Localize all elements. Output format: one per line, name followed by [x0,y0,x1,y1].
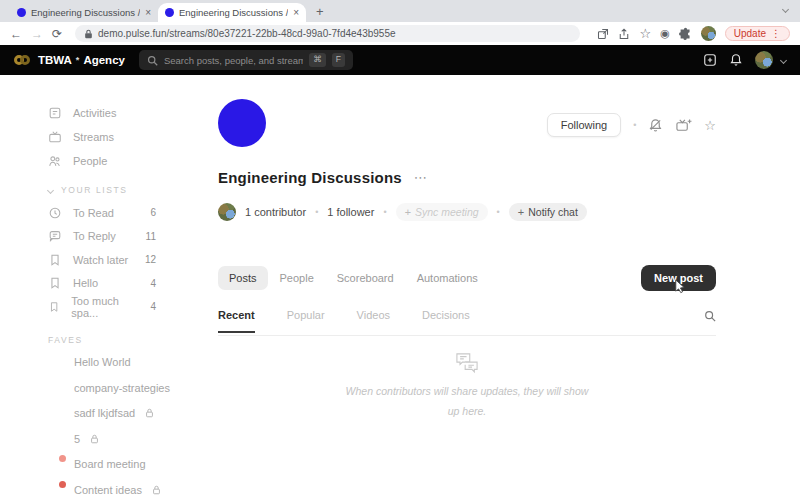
tab-title: Engineering Discussions / Puls [179,7,288,18]
search-icon [147,55,158,66]
chevron-down-icon [47,186,54,193]
browser-tab-strip: Engineering Discussions / Puls × Enginee… [0,0,800,22]
chevron-down-icon[interactable] [782,6,789,13]
tab-posts[interactable]: Posts [218,266,268,290]
update-button[interactable]: Update ⋮ [725,26,790,41]
mute-bell-icon[interactable] [648,118,663,133]
refresh-icon[interactable]: ⟳ [52,28,62,40]
browser-tab-2-active[interactable]: Engineering Discussions / Puls × [158,3,306,22]
stream-tabs: Posts People Scoreboard Automations New … [218,265,716,291]
close-tab-icon[interactable]: × [293,7,299,18]
bookmark-icon [48,300,60,314]
sidebar-list-watch-later[interactable]: Watch later 12 [48,248,180,272]
forward-icon[interactable]: → [31,28,43,40]
f-key-badge: F [332,53,345,66]
fave-sadf[interactable]: sadf lkjdfsad [48,401,180,427]
create-plus-icon[interactable] [703,53,717,67]
search-input[interactable] [164,55,303,66]
favorite-star-icon[interactable]: ☆ [704,119,716,132]
empty-state-text: When contributors will share updates, th… [342,382,592,422]
subtab-popular[interactable]: Popular [287,309,325,331]
chat-bubble-icon [48,229,62,243]
browser-profile-avatar[interactable] [701,26,716,41]
sidebar-item-people[interactable]: People [48,149,180,173]
pulse-favicon [165,8,174,17]
following-button[interactable]: Following [547,113,621,137]
your-lists-header[interactable]: YOUR LISTS [48,185,180,195]
activity-icon [48,106,62,120]
user-avatar[interactable] [755,51,773,69]
header-actions [703,51,786,69]
fave-content-ideas[interactable]: Content ideas [48,477,180,500]
clock-icon [48,206,62,220]
new-tab-icon[interactable]: + [316,4,324,19]
sidebar-list-hello[interactable]: Hello 4 [48,272,180,296]
tab-people[interactable]: People [269,266,325,290]
sidebar-list-too-much[interactable]: Too much spa... 4 [48,295,180,319]
subtab-recent[interactable]: Recent [218,309,255,333]
mouse-cursor-icon [673,279,686,294]
subtab-videos[interactable]: Videos [357,309,390,331]
dot-separator: • [383,207,386,217]
list-count: 6 [150,207,156,218]
kebab-menu-icon[interactable]: ⋮ [771,28,781,39]
new-post-button[interactable]: New post [641,265,716,291]
fave-board-meeting[interactable]: Board meeting [48,452,180,478]
fave-company-strategies[interactable]: company-strategies [48,375,180,401]
tab-automations[interactable]: Automations [406,266,489,290]
stream-meta-row: 1 contributor • 1 follower • + Sync meet… [218,203,716,221]
posts-filter-tabs: Recent Popular Videos Decisions [218,309,716,336]
sync-meeting-button[interactable]: + Sync meeting [396,203,488,221]
open-in-new-icon[interactable] [597,28,609,40]
extensions-puzzle-icon[interactable] [679,27,692,40]
contributor-avatar[interactable] [218,203,236,221]
sidebar-item-activities[interactable]: Activities [48,101,180,125]
chat-bubbles-icon [454,352,480,374]
list-count: 12 [145,254,156,265]
sidebar: Activities Streams People YOUR LISTS To … [0,75,200,500]
sidebar-list-to-reply[interactable]: To Reply 11 [48,225,180,249]
browser-tab-1[interactable]: Engineering Discussions / Puls × [10,3,158,22]
stream-main: Following • ☆ Engineering Discussions ⋯ … [200,75,800,500]
lock-icon [145,408,154,418]
url-text: demo.pulse.fun/streams/80e37221-22bb-48c… [98,28,395,39]
app-header: TBWA * Agency ⌘ F [0,45,800,75]
list-count: 11 [146,231,156,242]
empty-state: When contributors will share updates, th… [218,352,716,422]
bookmark-star-icon[interactable]: ☆ [639,27,651,40]
fave-5[interactable]: 5 [48,426,180,452]
list-count: 4 [150,278,156,289]
tab-scoreboard[interactable]: Scoreboard [326,266,405,290]
tv-add-icon[interactable] [675,118,692,133]
list-count: 4 [150,301,156,312]
tbwa-logo-icon[interactable] [14,55,30,65]
bookmark-icon [48,276,62,290]
subtab-decisions[interactable]: Decisions [422,309,470,331]
back-icon[interactable]: ← [10,28,22,40]
notifications-bell-icon[interactable] [729,53,743,67]
notify-chat-button[interactable]: + Notify chat [509,203,587,221]
tab-title: Engineering Discussions / Puls [31,7,140,18]
stream-avatar[interactable] [218,99,266,147]
toolbar-actions: ☆ ◉ Update ⋮ [597,26,790,41]
contributors-count[interactable]: 1 contributor [245,206,306,218]
people-icon [48,154,62,168]
address-bar[interactable]: demo.pulse.fun/streams/80e37221-22bb-48c… [75,25,580,42]
share-icon[interactable] [618,28,630,40]
lock-icon [90,434,99,444]
sidebar-list-to-read[interactable]: To Read 6 [48,201,180,225]
global-search[interactable]: ⌘ F [139,50,353,70]
notification-dot [59,481,66,488]
close-tab-icon[interactable]: × [145,7,151,18]
more-options-icon[interactable]: ⋯ [414,170,428,185]
chevron-down-icon[interactable] [780,56,787,63]
stream-title: Engineering Discussions [218,169,402,186]
workspace-name[interactable]: TBWA * Agency [38,54,125,66]
sidebar-item-streams[interactable]: Streams [48,125,180,149]
lock-icon [84,29,93,39]
record-extension-icon[interactable]: ◉ [660,28,670,39]
fave-hello-world[interactable]: Hello World [48,350,180,376]
search-posts-icon[interactable] [704,310,716,322]
followers-count[interactable]: 1 follower [327,206,374,218]
pulse-favicon [17,8,26,17]
